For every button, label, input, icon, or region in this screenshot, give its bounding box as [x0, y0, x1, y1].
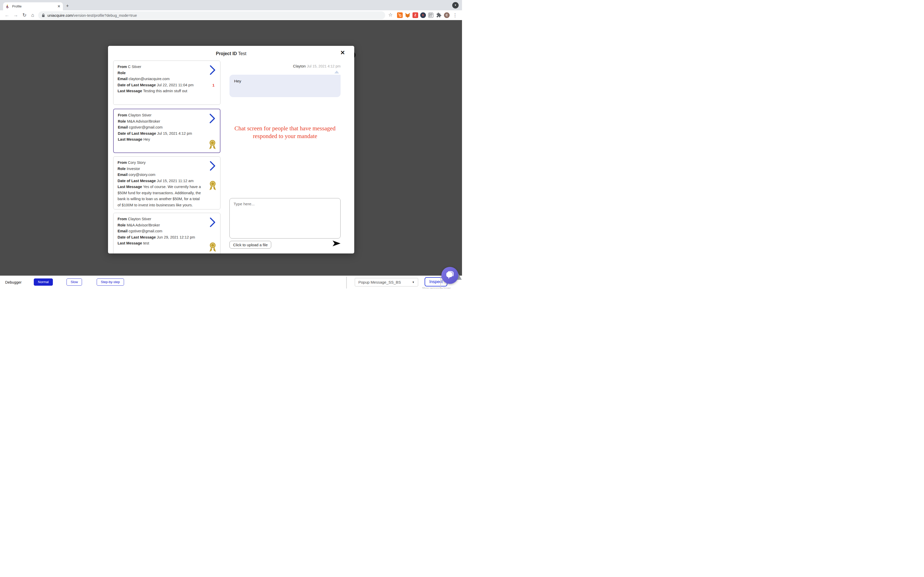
open-chat-chevron-icon[interactable]	[209, 113, 216, 124]
screen: Profile ✕ + ▼ ← → ↻ ⌂ uniacquire.com/ver…	[0, 0, 462, 288]
url-bar[interactable]: uniacquire.com/version-test/profile?debu…	[38, 11, 385, 19]
browser-tab[interactable]: Profile ✕	[3, 2, 63, 10]
k-extension-icon[interactable]: K	[420, 12, 426, 18]
debug-mode-normal-button[interactable]: Normal	[34, 279, 53, 286]
divider	[440, 277, 441, 288]
unread-count-badge: 1	[212, 82, 215, 89]
tab-title: Profile	[12, 4, 55, 8]
chat-input[interactable]	[229, 198, 341, 239]
tab-close-icon[interactable]: ✕	[58, 4, 60, 8]
hubspot-extension-icon[interactable]	[397, 12, 403, 18]
conversation-card[interactable]: From Clayton Stiver Role M&A Advisor/Bro…	[113, 213, 220, 253]
back-icon[interactable]: ←	[3, 10, 10, 20]
window-caret-badge[interactable]: ▼	[452, 2, 459, 8]
element-selector-dropdown[interactable]: Popup Message_SS_BS ▼	[355, 278, 418, 287]
debug-annotation-text: Chat screen for people that have message…	[229, 125, 341, 140]
new-tab-button[interactable]: +	[66, 3, 69, 9]
divider	[346, 277, 347, 288]
home-icon[interactable]: ⌂	[29, 10, 36, 20]
show-responsive-boxes-hint: Show responsive boxes	[416, 287, 457, 288]
open-chat-chevron-icon[interactable]	[209, 217, 216, 228]
debug-mode-step-button[interactable]: Step-by-step	[97, 279, 124, 286]
browser-tab-strip: Profile ✕ + ▼	[0, 0, 462, 10]
modal-title: Project ID Test	[108, 51, 354, 56]
favicon-unicorn-icon	[6, 4, 10, 9]
conversation-card[interactable]: From C Stiver Role Email clayton@uniacqu…	[113, 61, 220, 105]
award-ribbon-icon	[208, 140, 216, 150]
browser-menu-icon[interactable]: ⋮	[452, 12, 458, 18]
chevron-down-icon: ▼	[412, 278, 415, 286]
open-chat-chevron-icon[interactable]	[209, 160, 216, 172]
chat-message-bubble: Hey	[229, 75, 341, 97]
forward-icon[interactable]: →	[12, 10, 19, 20]
award-ribbon-icon	[209, 242, 216, 253]
open-chat-chevron-icon[interactable]	[209, 64, 216, 76]
conversation-card[interactable]: From Cory Story Role Investor Email cory…	[113, 156, 220, 210]
debug-mode-slow-button[interactable]: Slow	[66, 279, 82, 286]
lock-icon	[42, 13, 45, 17]
profile-avatar[interactable]: C	[444, 12, 450, 18]
z-extension-icon[interactable]: Z	[412, 12, 418, 18]
debugger-label: Debugger	[5, 280, 22, 284]
extensions-puzzle-icon[interactable]	[436, 12, 442, 18]
speech-bubble-icon	[445, 271, 454, 280]
chat-message-header: Clayton Jul 15, 2021 4:12 pm	[229, 64, 341, 69]
chat-bubble-pointer	[334, 71, 339, 73]
reload-icon[interactable]: ↻	[21, 10, 28, 20]
send-message-icon[interactable]	[332, 240, 342, 247]
project-modal: Project ID Test ✕ From C Stiver Role Ema…	[108, 46, 354, 253]
bookmark-star-icon[interactable]: ☆	[388, 12, 394, 18]
conversation-card-selected[interactable]: From Clayton Stiver Role M&A Advisor/Bro…	[113, 109, 220, 153]
award-ribbon-icon	[209, 181, 216, 192]
apps-grid-icon[interactable]	[428, 12, 434, 18]
modal-close-icon[interactable]: ✕	[339, 49, 347, 56]
chat-widget-button[interactable]	[441, 267, 459, 284]
url-text: uniacquire.com/version-test/profile?debu…	[47, 13, 137, 18]
metamask-extension-icon[interactable]	[405, 12, 410, 18]
chat-sender-name: Clayton	[293, 64, 306, 68]
upload-file-button[interactable]: Click to upload a file	[229, 241, 271, 248]
chat-timestamp: Jul 15, 2021 4:12 pm	[307, 64, 341, 68]
